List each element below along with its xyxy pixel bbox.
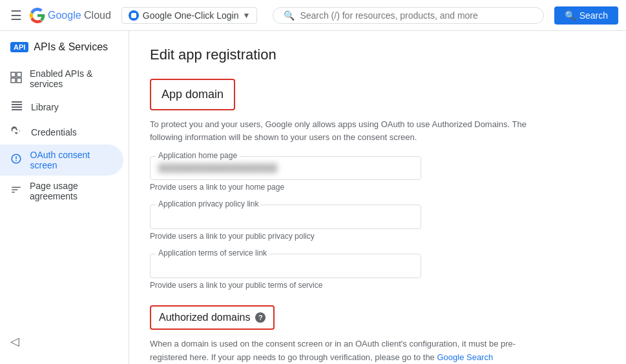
- sidebar-item-label: Page usage agreements: [30, 181, 113, 201]
- authorized-domains-section: Authorized domains ? When a domain is us…: [150, 305, 605, 364]
- menu-icon[interactable]: ☰: [8, 5, 25, 26]
- home-page-input[interactable]: [158, 162, 413, 174]
- sidebar-item-credentials[interactable]: Credentials: [0, 119, 123, 145]
- help-icon[interactable]: ?: [255, 312, 266, 323]
- svg-rect-6: [12, 106, 22, 108]
- auth-domains-desc: When a domain is used on the consent scr…: [150, 338, 525, 364]
- terms-service-field-group: Application terms of service link Provid…: [150, 254, 421, 290]
- sidebar: API APIs & Services Enabled APIs & servi…: [0, 31, 129, 364]
- svg-rect-5: [12, 104, 22, 105]
- google-logo-svg: [30, 8, 45, 23]
- sidebar-item-label: Credentials: [31, 127, 77, 137]
- sidebar-item-label: Library: [31, 102, 59, 112]
- search-button[interactable]: 🔍 Search: [554, 6, 618, 25]
- library-icon: [10, 99, 23, 114]
- app-domain-desc: To protect you and your users, Google on…: [150, 118, 537, 143]
- logo-text: Google Cloud: [48, 10, 111, 21]
- search-button-icon: 🔍: [565, 10, 576, 21]
- terms-service-field-wrapper: Application terms of service link: [150, 254, 421, 278]
- sidebar-item-oauth[interactable]: OAuth consent screen: [0, 145, 123, 176]
- app-domain-section: App domain To protect you and your users…: [150, 79, 605, 290]
- collapse-icon: ◁: [10, 335, 19, 348]
- main-content: Edit app registration App domain To prot…: [129, 31, 626, 364]
- svg-rect-3: [17, 78, 21, 83]
- page-title: Edit app registration: [150, 46, 605, 63]
- svg-rect-1: [17, 72, 21, 77]
- api-badge: API: [10, 42, 28, 52]
- grid-icon: [10, 72, 22, 86]
- search-icon: 🔍: [284, 10, 295, 21]
- terms-service-hint: Provide users a link to your public term…: [150, 281, 421, 290]
- privacy-policy-field-wrapper: Application privacy policy link: [150, 205, 421, 229]
- project-icon: [129, 10, 139, 21]
- sidebar-item-label: Enabled APIs & services: [30, 68, 113, 89]
- project-selector[interactable]: Google One-Click Login ▼: [121, 7, 258, 24]
- privacy-policy-input[interactable]: [158, 210, 413, 223]
- svg-rect-2: [11, 78, 16, 83]
- svg-rect-0: [11, 72, 16, 77]
- auth-domains-title-box: Authorized domains ?: [150, 305, 275, 330]
- top-header: ☰ Google Cloud Google One-Click Login ▼ …: [0, 0, 626, 31]
- search-input[interactable]: [300, 10, 532, 21]
- oauth-icon: [10, 153, 23, 168]
- home-page-label: Application home page: [156, 151, 240, 160]
- search-bar: 🔍: [273, 7, 543, 24]
- dropdown-arrow-icon: ▼: [242, 11, 250, 20]
- app-domain-title: App domain: [162, 88, 224, 101]
- key-icon: [10, 125, 23, 139]
- sidebar-item-library[interactable]: Library: [0, 94, 123, 119]
- sidebar-header: API APIs & Services: [0, 36, 129, 63]
- terms-service-input[interactable]: [158, 259, 413, 272]
- sidebar-item-enabled[interactable]: Enabled APIs & services: [0, 63, 123, 94]
- privacy-policy-field-group: Application privacy policy link Provide …: [150, 205, 421, 241]
- svg-rect-4: [12, 101, 22, 103]
- app-layout: API APIs & Services Enabled APIs & servi…: [0, 31, 626, 364]
- app-domain-title-box: App domain: [150, 79, 235, 110]
- page-icon: [10, 184, 22, 199]
- home-page-field-group: Application home page Provide users a li…: [150, 156, 421, 192]
- home-page-hint: Provide users a link to your home page: [150, 183, 421, 192]
- sidebar-collapse[interactable]: ◁: [0, 329, 30, 354]
- google-cloud-logo: Google Cloud: [30, 8, 111, 23]
- sidebar-item-page-usage[interactable]: Page usage agreements: [0, 176, 123, 207]
- privacy-policy-label: Application privacy policy link: [156, 199, 261, 208]
- project-name: Google One-Click Login: [143, 10, 239, 21]
- sidebar-title: APIs & Services: [34, 41, 108, 53]
- privacy-policy-hint: Provide users a link to your public priv…: [150, 232, 421, 241]
- svg-rect-7: [12, 109, 22, 110]
- terms-service-label: Application terms of service link: [156, 248, 269, 258]
- home-page-field-wrapper: Application home page: [150, 156, 421, 180]
- sidebar-item-label: OAuth consent screen: [30, 150, 113, 170]
- auth-domains-title: Authorized domains: [159, 312, 250, 323]
